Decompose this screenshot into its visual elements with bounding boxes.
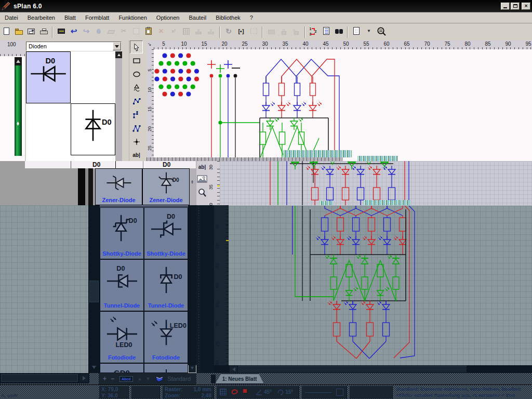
new-document-icon[interactable]	[1, 26, 12, 38]
zoom-menu-icon[interactable]	[376, 26, 387, 38]
menu-item-bearbeiten[interactable]: Bearbeiten	[23, 13, 60, 22]
library-cell-foto-h[interactable]: LED0Fotodiode	[100, 311, 144, 363]
schematic-canvas-top[interactable]	[154, 49, 532, 161]
menu-item-funktionen[interactable]: Funktionen	[114, 13, 151, 22]
canvas-left-area[interactable]	[0, 205, 88, 373]
library-scrollbar-dark[interactable]	[188, 205, 196, 365]
renumber-icon[interactable]: 123	[308, 26, 320, 38]
sheet-tab[interactable]: 1: Neues Blatt	[215, 374, 264, 384]
preview-icon[interactable]	[56, 26, 67, 38]
minimize-button[interactable]	[501, 3, 510, 10]
menu-item-blatt[interactable]: Blatt	[60, 13, 81, 22]
library-cell-tunnel-v[interactable]: D0Tunnel-Diode	[144, 259, 188, 311]
library-category-combobox[interactable]: Dioden	[26, 42, 122, 51]
green-scrollbar[interactable]: ▲▼	[15, 65, 22, 156]
scroll-right-button[interactable]	[79, 374, 88, 382]
line-sample[interactable]	[305, 392, 332, 393]
tool-node-point-button[interactable]	[130, 135, 143, 148]
tool-zigzag-button[interactable]	[130, 122, 143, 135]
delete-icon[interactable]: ✕	[155, 26, 167, 38]
tool-text-button[interactable]: ab|	[130, 149, 143, 161]
library-cell-diode-v[interactable]: D0	[71, 103, 115, 155]
unlock-icon[interactable]	[290, 26, 302, 38]
menu-item-bauteil[interactable]: Bauteil	[184, 13, 211, 22]
menu-item-formblatt[interactable]: Formblatt	[81, 13, 114, 22]
scroll-left-button-dark[interactable]	[230, 366, 237, 373]
scissors-icon[interactable]: ✂	[118, 26, 129, 38]
library-scroll-down-dark[interactable]	[189, 365, 196, 373]
menu-item-bibliothek[interactable]: Bibliothek	[211, 13, 245, 22]
angle-icon[interactable]	[255, 389, 263, 396]
droplet-icon[interactable]	[93, 26, 104, 38]
blank-icon[interactable]	[130, 26, 142, 38]
tool-freeform-button[interactable]	[130, 81, 143, 94]
library-scrollbar-fragment[interactable]: ▲▼	[190, 168, 196, 205]
tool-select-arrow-button[interactable]	[130, 41, 143, 54]
library-cell-shottky-h[interactable]: D0Shottky-Diode	[144, 207, 188, 259]
stamp-down-icon[interactable]	[265, 26, 277, 38]
zoom-out-button[interactable]: −	[111, 375, 114, 382]
search-icon[interactable]	[333, 26, 344, 38]
library-cell-diode-h[interactable]: D0	[26, 51, 71, 103]
horizontal-scrollbar-left[interactable]	[0, 373, 89, 383]
vertical-scrollbar-dark[interactable]	[88, 205, 100, 364]
tool-polyline-button[interactable]	[130, 108, 143, 121]
rotate-icon[interactable]: ↻	[223, 26, 234, 38]
library-cell-shottky-v[interactable]: D0Shottky-Diode	[100, 207, 144, 259]
library-cell-zener-v[interactable]: D0Zener-Diode	[142, 168, 190, 205]
eraser-icon[interactable]	[105, 26, 117, 38]
scrollbar-handle-icon[interactable]: ▲▼	[16, 122, 20, 126]
x2-icon[interactable]: x²	[168, 26, 179, 38]
menu-item-optionen[interactable]: Optionen	[152, 13, 184, 22]
paste-icon[interactable]	[143, 26, 154, 38]
library-cell-foto-v[interactable]: LED0Fotodiode	[144, 311, 188, 363]
menu-item-help[interactable]: ?	[245, 13, 258, 22]
menu-item-datei[interactable]: Datei	[0, 13, 23, 22]
parts-list-icon[interactable]	[321, 26, 332, 38]
dropdown-icon[interactable]: ▼	[363, 26, 375, 38]
print-icon[interactable]	[38, 26, 49, 38]
scroll-down-button-dark[interactable]	[88, 364, 100, 373]
pin-icon[interactable]	[243, 388, 251, 396]
stamp2-icon[interactable]	[205, 26, 217, 38]
redo-icon[interactable]: ↪	[81, 26, 92, 38]
library-cell-zener-h[interactable]: Zener-Diode	[95, 168, 142, 205]
open-file-icon[interactable]	[13, 26, 24, 38]
library-scrollbar[interactable]	[115, 51, 122, 161]
page-setup-icon[interactable]	[351, 26, 362, 38]
library-book-icon[interactable]	[155, 376, 164, 382]
combobox-dropdown-button[interactable]	[113, 42, 121, 50]
tool-ellipse-button[interactable]	[130, 68, 143, 81]
undo-icon[interactable]: ↩	[68, 26, 79, 38]
scroll-up-button[interactable]	[15, 57, 22, 65]
text-tool-button[interactable]: ab|	[196, 161, 208, 172]
toolbar-separator	[347, 26, 348, 38]
color-sample[interactable]	[336, 389, 343, 396]
transform-icon[interactable]	[248, 26, 259, 38]
stamp-icon[interactable]	[193, 26, 204, 38]
library-cell-partial[interactable]: GD0	[100, 363, 144, 373]
brackets-icon[interactable]: [▪]	[235, 26, 247, 38]
rotate-step-icon[interactable]	[277, 389, 284, 396]
horizontal-scrollbar-dark[interactable]	[229, 365, 532, 373]
library-cell-partial[interactable]	[144, 363, 188, 373]
lock-icon[interactable]	[278, 26, 289, 38]
move-up-button[interactable]: ▲	[138, 376, 142, 381]
image-tool-button[interactable]	[196, 172, 208, 186]
tool-rectangle-button[interactable]	[130, 54, 143, 67]
move-down-button[interactable]: ▼	[145, 376, 150, 381]
zoom-tool-button[interactable]	[196, 186, 208, 200]
grid-toggle-icon[interactable]	[220, 389, 227, 395]
save-icon[interactable]	[25, 26, 37, 38]
freeform-select-icon[interactable]	[231, 388, 240, 396]
cell-caption: Shottky-Diode	[100, 250, 143, 257]
schematic-canvas-dark[interactable]	[229, 205, 532, 365]
schematic-canvas-mid[interactable]	[220, 161, 532, 205]
maximize-button[interactable]	[511, 3, 520, 10]
library-cell-tunnel-h[interactable]: D0Tunnel-Diode	[100, 259, 144, 311]
close-button[interactable]: ✕	[522, 3, 530, 10]
zoom-in-button[interactable]: +	[103, 375, 107, 382]
grid-small-icon[interactable]	[180, 26, 192, 38]
abcd-button[interactable]: Abcd	[119, 376, 133, 382]
tool-polygon-button[interactable]	[130, 95, 143, 108]
